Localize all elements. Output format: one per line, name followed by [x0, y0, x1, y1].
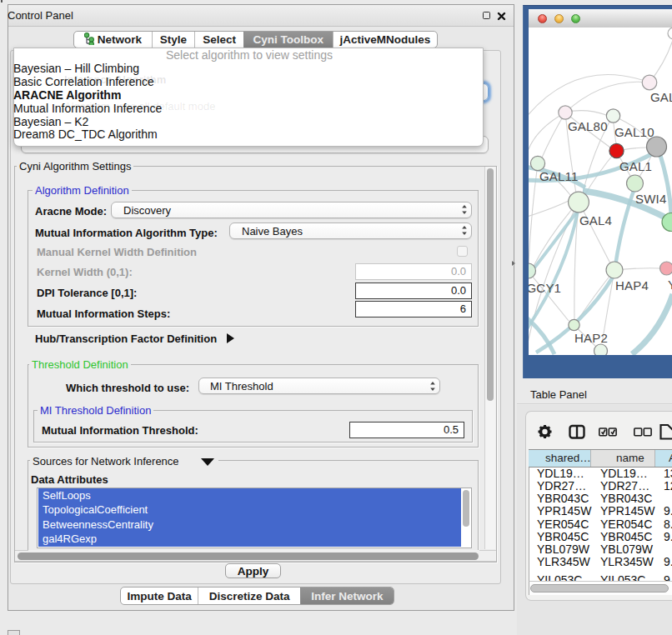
svg-text:SWI4: SWI4 [635, 192, 666, 206]
svg-text:HAP2: HAP2 [574, 331, 608, 345]
svg-text:GAL7: GAL7 [650, 90, 672, 104]
svg-text:GAL4: GAL4 [579, 213, 612, 228]
svg-text:GAL1: GAL1 [619, 159, 652, 173]
svg-text:GAL10: GAL10 [614, 125, 654, 139]
svg-text:GAL11: GAL11 [539, 169, 579, 183]
svg-text:HAP4: HAP4 [615, 278, 649, 292]
svg-text:GAL80: GAL80 [568, 119, 608, 133]
svg-text:GCY1: GCY1 [529, 281, 561, 295]
svg-text:Y: Y [668, 278, 672, 292]
